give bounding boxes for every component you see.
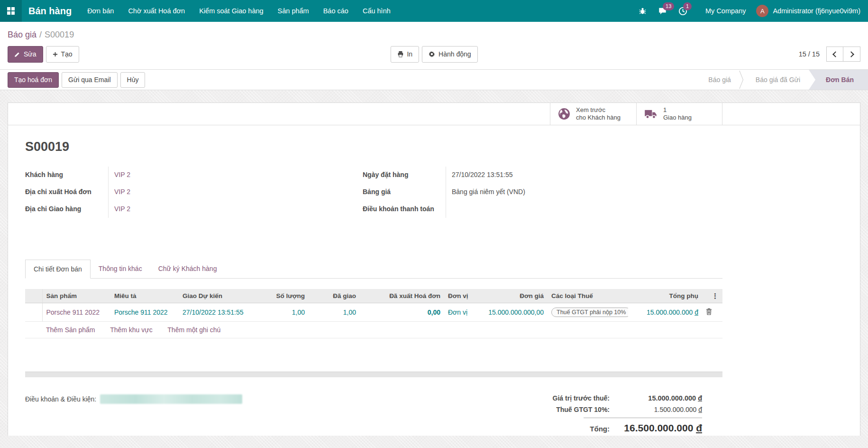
customer-preview-button[interactable]: Xem trước cho Khách hàng	[550, 103, 636, 125]
truck-icon	[644, 109, 658, 119]
col-expected-delivery[interactable]: Giao Dự kiến	[179, 289, 259, 303]
col-invoiced[interactable]: Đã xuất Hoá đơn	[369, 289, 444, 303]
col-description[interactable]: Miêu tả	[110, 289, 179, 303]
gear-icon	[429, 51, 435, 57]
breadcrumb-quotations[interactable]: Báo giá	[8, 30, 37, 39]
field-label-invoice-address: Địa chỉ xuất Hoá đơn	[25, 184, 109, 201]
cancel-button[interactable]: Hủy	[120, 72, 146, 88]
field-value-customer[interactable]: VIP 2	[109, 167, 363, 184]
delivery-count: 1	[663, 106, 692, 114]
col-delivered[interactable]: Đã giao	[309, 289, 360, 303]
cell-expected-delivery: 27/10/2022 13:51:55	[179, 303, 259, 322]
tab-customer-signature[interactable]: Chữ ký Khách hàng	[150, 260, 225, 279]
user-menu[interactable]: A Administrator (fj6nyue0vi9m)	[756, 5, 860, 17]
total-value: 16.500.000.000 đ	[619, 422, 702, 434]
step-quotation[interactable]: Báo giá	[700, 70, 739, 90]
notebook-tabs: Chi tiết Đơn bán Thông tin khác Chữ ký K…	[25, 260, 722, 279]
add-line-row: Thêm Sản phẩm Thêm khu vực Thêm một ghi …	[25, 322, 722, 338]
field-value-delivery-address[interactable]: VIP 2	[109, 201, 363, 218]
col-quantity[interactable]: Số lượng	[259, 289, 309, 303]
col-handle	[25, 289, 42, 303]
breadcrumb-current: S00019	[45, 30, 74, 39]
col-options: ⋮	[702, 289, 722, 303]
preview-line1: Xem trước	[576, 106, 621, 114]
record-pager: 15 / 15	[799, 47, 860, 62]
tax-amount-value: 1.500.000.000 đ	[619, 406, 702, 413]
menu-products[interactable]: Sản phẩm	[271, 0, 316, 22]
activities-menu[interactable]: 1	[673, 0, 693, 22]
step-sales-order[interactable]: Đơn Bán	[809, 70, 868, 90]
row-handle[interactable]	[25, 303, 42, 322]
statusbar: Tạo hoá đơn Gửi qua Email Hủy Báo giá Bá…	[0, 69, 868, 90]
col-subtotal[interactable]: Tổng phụ	[628, 289, 702, 303]
pager-next-button[interactable]	[843, 47, 860, 62]
chevron-left-icon	[832, 51, 839, 57]
cell-invoiced: 0,00	[369, 303, 444, 322]
col-product[interactable]: Sản phẩm	[42, 289, 110, 303]
delete-line-button[interactable]	[706, 308, 712, 315]
menu-configuration[interactable]: Cấu hình	[356, 0, 398, 22]
user-name: Administrator (fj6nyue0vi9m)	[773, 7, 860, 15]
cell-taxes: Thuế GTGT phải nộp 10%	[548, 303, 628, 322]
order-totals: Giá trị trước thuế: 15.000.000.000 đ Thu…	[531, 392, 702, 436]
bug-icon	[639, 7, 647, 15]
cell-description: Porsche 911 2022	[110, 303, 179, 322]
step-quotation-sent[interactable]: Báo giá đã Gửi	[747, 70, 809, 90]
activities-badge: 1	[683, 2, 692, 10]
delivery-smart-button[interactable]: 1 Giao hàng	[636, 103, 722, 125]
odoo-app: Bán hàng Đơn bán Chờ xuất Hoá đơn Kiểm s…	[0, 0, 868, 448]
menu-delivery-control[interactable]: Kiểm soát Giao hàng	[192, 0, 270, 22]
menu-orders[interactable]: Đơn bán	[80, 0, 121, 22]
breadcrumb: Báo giá/S00019	[8, 28, 860, 42]
create-invoice-button[interactable]: Tạo hoá đơn	[8, 72, 59, 88]
untaxed-amount-value: 15.000.000.000 đ	[619, 394, 702, 402]
add-section-link[interactable]: Thêm khu vực	[110, 326, 153, 334]
field-groups: Khách hàng VIP 2 Địa chỉ xuất Hoá đơn VI…	[25, 167, 722, 218]
debug-menu[interactable]	[633, 0, 652, 22]
app-brand[interactable]: Bán hàng	[22, 0, 80, 22]
col-uom[interactable]: Đơn vị	[444, 289, 477, 303]
send-by-email-button[interactable]: Gửi qua Email	[62, 72, 118, 88]
apps-menu-button[interactable]	[0, 0, 22, 22]
breadcrumb-separator: /	[37, 30, 45, 39]
cell-quantity: 1,00	[259, 303, 309, 322]
add-product-link[interactable]: Thêm Sản phẩm	[46, 326, 95, 334]
tab-order-lines[interactable]: Chi tiết Đơn bán	[25, 260, 91, 279]
order-line-row[interactable]: Porsche 911 2022 Porsche 911 2022 27/10/…	[25, 303, 722, 322]
messages-menu[interactable]: 13	[652, 0, 673, 22]
apps-grid-icon	[7, 7, 15, 15]
control-panel-buttons: Sửa Tạo In	[8, 46, 860, 63]
field-value-invoice-address[interactable]: VIP 2	[109, 184, 363, 201]
col-unit-price[interactable]: Đơn giá	[477, 289, 548, 303]
terms-redacted-text	[100, 394, 242, 404]
pager-previous-button[interactable]	[826, 47, 843, 62]
order-lines-table: Sản phẩm Miêu tả Giao Dự kiến Số lượng Đ…	[25, 289, 722, 338]
col-taxes[interactable]: Các loại Thuế	[548, 289, 628, 303]
preview-line2: cho Khách hàng	[576, 114, 621, 121]
create-button[interactable]: Tạo	[46, 46, 79, 63]
menu-reporting[interactable]: Báo cáo	[316, 0, 356, 22]
smart-button-box: Xem trước cho Khách hàng 1	[8, 103, 860, 125]
pager-value[interactable]: 15 / 15	[799, 50, 820, 58]
print-button[interactable]: In	[390, 46, 419, 63]
add-note-link[interactable]: Thêm một ghi chú	[167, 326, 220, 334]
cell-uom: Đơn vị	[444, 303, 477, 322]
form-view-background: Xem trước cho Khách hàng 1	[0, 90, 868, 448]
cell-product[interactable]: Porsche 911 2022	[42, 303, 110, 322]
cell-delete	[702, 303, 722, 322]
edit-button[interactable]: Sửa	[8, 46, 43, 63]
tab-other-info[interactable]: Thông tin khác	[91, 260, 150, 279]
action-button[interactable]: Hành động	[422, 46, 478, 63]
tax-amount-label: Thuế GTGT 10%:	[531, 406, 619, 413]
cell-spacer	[360, 303, 369, 322]
optional-columns-icon[interactable]: ⋮	[712, 292, 719, 300]
top-navbar: Bán hàng Đơn bán Chờ xuất Hoá đơn Kiểm s…	[0, 0, 868, 22]
delivery-label: Giao hàng	[663, 114, 692, 121]
menu-to-invoice[interactable]: Chờ xuất Hoá đơn	[121, 0, 192, 22]
field-value-payment-terms	[446, 201, 722, 218]
terms-and-conditions: Điều khoản & Điều kiện:	[25, 392, 242, 404]
step-separator	[740, 70, 747, 90]
terms-label: Điều khoản & Điều kiện:	[25, 395, 96, 403]
field-label-delivery-address: Địa chỉ Giao hàng	[25, 201, 109, 218]
company-switcher[interactable]: My Company	[693, 7, 756, 15]
